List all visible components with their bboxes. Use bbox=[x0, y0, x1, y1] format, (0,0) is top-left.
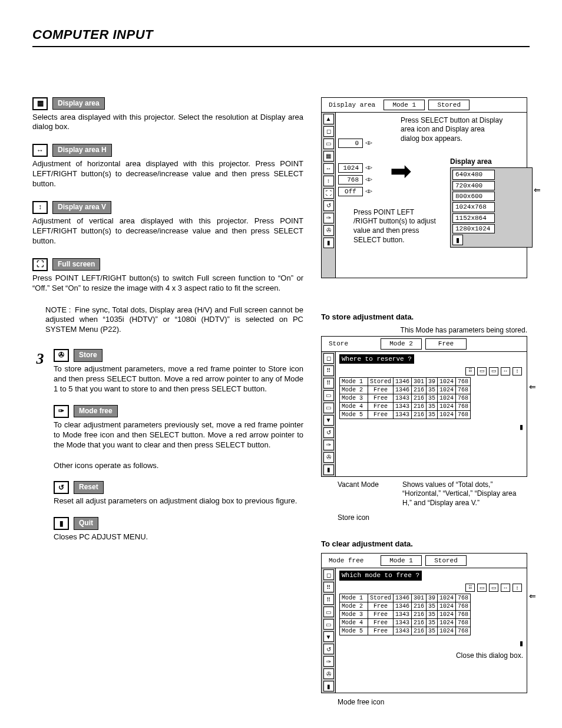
store-panel: Store Mode 2 Free ◻ ⠿ ⠿ ▭ ▭ ▼ ↺ ✑ ✇ ▮ bbox=[321, 336, 527, 523]
side-down-icon[interactable]: ▼ bbox=[323, 415, 334, 426]
panel1-mode: Mode 1 bbox=[384, 100, 425, 110]
side-icon-c[interactable]: ▦ bbox=[323, 151, 334, 162]
side-icon[interactable]: ⠿ bbox=[323, 365, 334, 376]
side-icon-a[interactable]: ◻ bbox=[323, 126, 334, 137]
side-icon-d[interactable]: ↔ bbox=[323, 163, 334, 174]
side-icon[interactable]: ▭ bbox=[323, 403, 334, 413]
side-down-icon[interactable]: ▼ bbox=[323, 631, 334, 642]
head-icon: ↕ bbox=[513, 367, 522, 375]
mode-free-label: Mode free bbox=[74, 405, 118, 418]
display-area-h-desc: Adjustment of horizontal area displayed … bbox=[32, 159, 303, 189]
side-modefree-icon[interactable]: ✑ bbox=[323, 213, 334, 223]
panel1-side-icons: ▲ ◻ ▭ ▦ ↔ ↕ ⛶ ↺ ✑ ✇ ▮ bbox=[322, 113, 336, 278]
clear-title-status: Stored bbox=[425, 555, 467, 566]
lr-arrows-icon[interactable]: ◁▷ bbox=[365, 139, 372, 147]
table-row[interactable]: Mode 4Free1343216351024768 bbox=[340, 619, 471, 627]
side-icon-f[interactable]: ⛶ bbox=[323, 188, 334, 199]
store-titlebar: Store Mode 2 Free bbox=[321, 336, 527, 351]
table-row[interactable]: Mode 3Free1343216351024768 bbox=[340, 394, 471, 402]
res-item[interactable]: 1024x768 bbox=[452, 202, 495, 212]
reset-label: Reset bbox=[74, 481, 104, 494]
res-item[interactable]: 1280x1024 bbox=[452, 224, 495, 233]
lr-arrows-icon[interactable]: ◁▷ bbox=[365, 187, 372, 195]
quit-label: Quit bbox=[74, 517, 98, 530]
quit-icon[interactable]: ▮ bbox=[520, 423, 523, 431]
step-3: 3 bbox=[32, 349, 48, 369]
pointer-arrow-icon: ⇐ bbox=[534, 185, 541, 195]
quit-icon[interactable]: ▮ bbox=[520, 639, 523, 647]
side-icon[interactable]: ◻ bbox=[323, 353, 334, 364]
res-title: Display area bbox=[450, 157, 533, 167]
panel1-titlebar: Display area Mode 1 Stored bbox=[321, 97, 527, 113]
clear-heading: To clear adjustment data. bbox=[321, 539, 527, 549]
table-row[interactable]: Mode 5Free1343216351024768 bbox=[340, 627, 471, 635]
store-table: Mode 1Stored1346301391024768 Mode 2Free1… bbox=[339, 377, 471, 419]
table-row[interactable]: Mode 5Free1343216351024768 bbox=[340, 410, 471, 419]
table-row[interactable]: Mode 2Free1346216351024768 bbox=[340, 602, 471, 611]
table-row[interactable]: Mode 2Free1346216351024768 bbox=[340, 386, 471, 394]
side-icon[interactable]: ◻ bbox=[323, 569, 334, 580]
store-annot-values: Shows values of “Total dots,” “Horizonta… bbox=[402, 480, 527, 508]
table-row[interactable]: Mode 3Free1343216351024768 bbox=[340, 611, 471, 619]
side-reset-icon[interactable]: ↺ bbox=[323, 200, 334, 211]
display-area-v-desc: Adjustment of vertical area displayed wi… bbox=[32, 216, 303, 246]
side-icon[interactable]: ⠿ bbox=[323, 582, 334, 592]
store-dark-bar: Where to reserve ? bbox=[339, 354, 414, 364]
lr-arrows-icon[interactable]: ◁▷ bbox=[365, 164, 372, 172]
side-quit-icon[interactable]: ▮ bbox=[323, 238, 334, 248]
clear-annot-close: Close this dialog box. bbox=[339, 651, 523, 661]
side-store-icon[interactable]: ✇ bbox=[323, 225, 334, 236]
side-icon[interactable]: ▭ bbox=[323, 607, 334, 617]
head-icon: ↔ bbox=[501, 584, 510, 592]
side-icon[interactable]: ▭ bbox=[323, 390, 334, 401]
side-quit-icon[interactable]: ▮ bbox=[323, 681, 334, 691]
side-icon-b[interactable]: ▭ bbox=[323, 139, 334, 149]
table-row[interactable]: Mode 4Free1343216351024768 bbox=[340, 402, 471, 410]
side-icon[interactable]: ⠿ bbox=[323, 378, 334, 388]
reset-icon: ↺ bbox=[54, 481, 69, 494]
head-icon: ↕ bbox=[513, 584, 522, 592]
store-annot-vacant: Vacant Mode bbox=[338, 480, 391, 508]
mode-free-desc: To clear adjustment parameters previousl… bbox=[54, 420, 303, 450]
lr-arrows-icon[interactable]: ◁▷ bbox=[365, 176, 372, 183]
head-icon: ⠿ bbox=[465, 367, 475, 375]
res-item[interactable]: 640x480 bbox=[452, 170, 495, 179]
big-arrow-icon: ➡ bbox=[390, 154, 412, 187]
display-area-panel: Display area Mode 1 Stored ▲ ◻ ▭ ▦ ↔ ↕ ⛶… bbox=[321, 97, 527, 278]
head-icon: ⠿ bbox=[465, 584, 475, 592]
note-text: Fine sync, Total dots, Display area (H/V… bbox=[45, 305, 303, 334]
callout-top: Press SELECT button at Display area icon… bbox=[401, 116, 504, 144]
head-icon: ▭ bbox=[477, 367, 487, 375]
right-column: Display area Mode 1 Stored ▲ ◻ ▭ ▦ ↔ ↕ ⛶… bbox=[321, 97, 527, 724]
res-item[interactable]: 720x400 bbox=[452, 181, 495, 190]
res-item[interactable]: 1152x864 bbox=[452, 213, 495, 223]
note-label: NOTE : bbox=[45, 305, 75, 315]
res-quit-icon[interactable]: ▮ bbox=[452, 235, 463, 245]
side-icon-e[interactable]: ↕ bbox=[323, 176, 334, 186]
reset-desc: Reset all adjust parameters on adjustmen… bbox=[54, 496, 303, 506]
side-icon[interactable]: ⠿ bbox=[323, 594, 334, 605]
side-quit-icon[interactable]: ▮ bbox=[323, 465, 334, 475]
side-icon[interactable]: ▭ bbox=[323, 619, 334, 630]
side-modefree-icon[interactable]: ✑ bbox=[323, 656, 334, 667]
resolution-list: Display area 640x480 720x400 800x600 102… bbox=[450, 157, 533, 248]
side-reset-icon[interactable]: ↺ bbox=[323, 644, 334, 654]
table-row[interactable]: Mode 1Stored1346301391024768 bbox=[340, 377, 471, 386]
da-val-v: 768 bbox=[338, 175, 363, 185]
clear-title-mode: Mode 1 bbox=[381, 555, 422, 566]
da-val-h: 1024 bbox=[338, 163, 363, 173]
side-up-icon[interactable]: ▲ bbox=[323, 114, 334, 124]
side-modefree-icon[interactable]: ✑ bbox=[323, 440, 334, 450]
store-annot-icon: Store icon bbox=[338, 513, 527, 523]
head-icon: ▭ bbox=[477, 584, 487, 592]
display-area-h-label: Display area H bbox=[52, 144, 112, 157]
store-icon: ✇ bbox=[54, 349, 69, 362]
store-side-icons: ◻ ⠿ ⠿ ▭ ▭ ▼ ↺ ✑ ✇ ▮ bbox=[322, 352, 336, 476]
display-area-desc: Selects area displayed with this project… bbox=[32, 113, 303, 133]
store-title-status: Free bbox=[425, 338, 467, 349]
table-row[interactable]: Mode 1Stored1346301391024768 bbox=[340, 594, 471, 602]
side-store-icon[interactable]: ✇ bbox=[323, 452, 334, 463]
side-reset-icon[interactable]: ↺ bbox=[323, 427, 334, 438]
side-store-icon[interactable]: ✇ bbox=[323, 668, 334, 679]
res-item[interactable]: 800x600 bbox=[452, 192, 495, 201]
